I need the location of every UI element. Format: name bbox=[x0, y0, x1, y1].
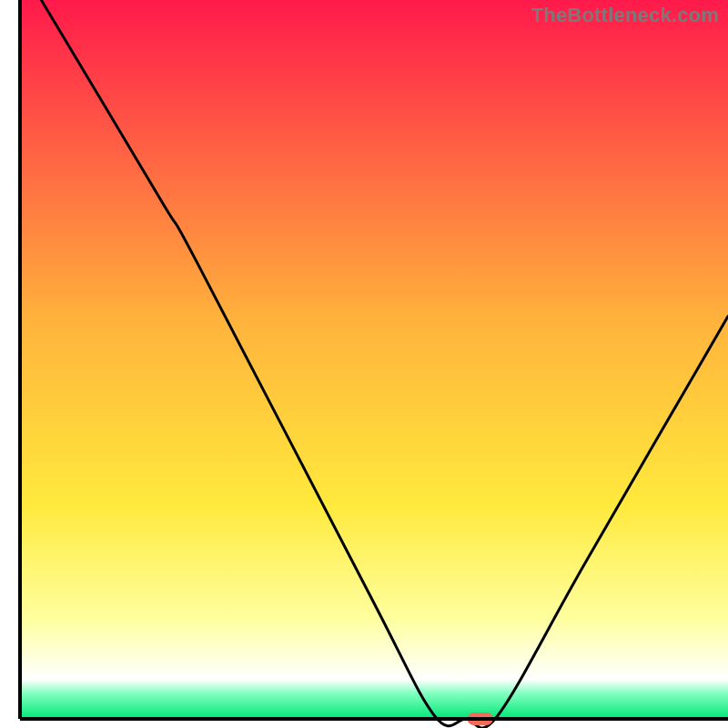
bottleneck-chart: TheBottleneck.com bbox=[0, 0, 728, 728]
plot-background bbox=[20, 0, 728, 719]
chart-svg bbox=[0, 0, 728, 728]
watermark-label: TheBottleneck.com bbox=[531, 4, 719, 27]
